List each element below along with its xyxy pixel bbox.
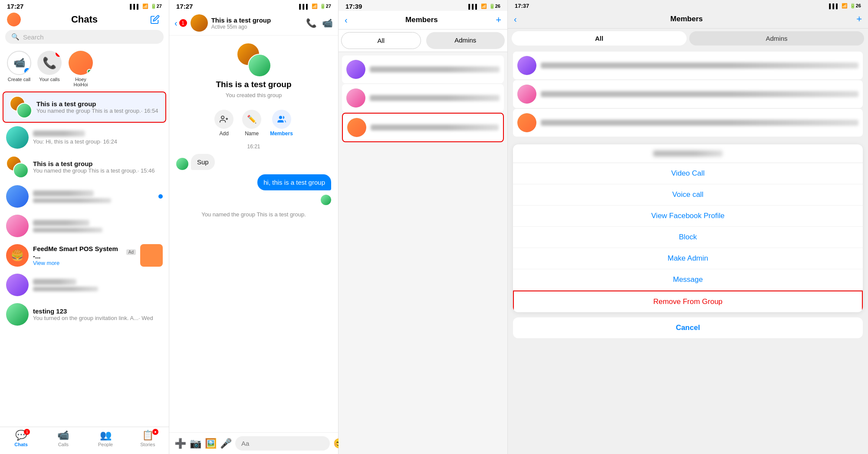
chats-nav-badge: 1 xyxy=(24,429,30,435)
chat-item-7[interactable] xyxy=(0,270,169,300)
search-bar[interactable]: 🔍 Search xyxy=(5,30,164,44)
members-add-button[interactable]: + xyxy=(496,14,501,26)
chat-name-4-blur xyxy=(33,190,94,196)
user-avatar-img xyxy=(7,13,21,26)
chat-item-8[interactable]: testing 123 You turned on the group invi… xyxy=(0,300,169,329)
nav-people[interactable]: 👥 People xyxy=(85,430,127,447)
member-avatar-3 xyxy=(347,118,366,137)
mic-button[interactable]: 🎤 xyxy=(220,438,232,449)
chat-item-active[interactable]: This is a test group You named the group… xyxy=(3,91,166,123)
battery-icon-3: 🔋26 xyxy=(489,3,500,9)
feedme-ad-link[interactable]: View more xyxy=(33,260,136,266)
context-name-blurred xyxy=(653,150,723,157)
tab-all-3[interactable]: All xyxy=(341,32,421,49)
member-item-1[interactable] xyxy=(342,56,504,83)
story-item-calls[interactable]: 📞 1 Your calls xyxy=(37,51,62,87)
name-icon: ✏️ xyxy=(242,110,261,129)
context-remove-from-group[interactable]: Remove From Group xyxy=(513,291,863,312)
group-action-add[interactable]: Add xyxy=(214,110,233,137)
chat-avatar-7 xyxy=(6,274,29,296)
members-icon xyxy=(272,110,291,129)
panel4-members-header: ‹ Members + xyxy=(508,10,868,29)
context-view-facebook-profile[interactable]: View Facebook Profile xyxy=(513,206,863,227)
panel4-back-button[interactable]: ‹ xyxy=(514,14,517,24)
panel4-member-3[interactable] xyxy=(513,109,863,137)
member-item-2[interactable] xyxy=(342,84,504,112)
members-back-button[interactable]: ‹ xyxy=(345,15,348,25)
nav-chats[interactable]: 1 💬 Chats xyxy=(0,430,42,447)
chat-info-active: This is a test group You named the group… xyxy=(36,100,159,114)
members-label: Members xyxy=(270,131,293,137)
people-nav-icon: 👥 xyxy=(100,430,112,441)
back-button-chat[interactable]: ‹ xyxy=(174,18,178,28)
story-item-create[interactable]: 📹 + Create call xyxy=(7,51,31,87)
tab-admins-3[interactable]: Admins xyxy=(426,32,505,49)
members-tabs: All Admins xyxy=(339,29,507,52)
panel4-add-button[interactable]: + xyxy=(856,13,862,25)
video-call-button[interactable]: 📹 xyxy=(322,18,333,28)
signal-icon-3: ▌▌▌ xyxy=(468,4,478,9)
msg-avatar-sup xyxy=(176,158,188,170)
battery-icon-2: 🔋27 xyxy=(320,3,331,9)
member-item-3-selected[interactable] xyxy=(342,113,504,142)
panel4-member-avatar-3-img xyxy=(517,113,536,132)
compose-button[interactable] xyxy=(148,13,162,26)
camera-button[interactable]: 📷 xyxy=(190,438,201,449)
context-video-call[interactable]: Video Call xyxy=(513,163,863,184)
wifi-icon-1: 📶 xyxy=(142,3,148,9)
panel4-member-avatar-2 xyxy=(517,85,536,104)
chat-item-2[interactable]: You: Hi, this is a test group· 16:24 xyxy=(0,123,169,152)
group-info-sub: You created this group xyxy=(226,92,282,98)
message-input[interactable] xyxy=(235,436,330,451)
add-member-icon xyxy=(214,110,233,129)
chat-info-3: This is a test group You named the group… xyxy=(33,160,163,174)
chat-item-5[interactable] xyxy=(0,211,169,241)
context-message[interactable]: Message xyxy=(513,269,863,291)
panel4-member-avatar-1 xyxy=(517,56,536,75)
status-bar-4: 17:37 ▌▌▌ 📶 🔋26 xyxy=(508,0,868,10)
nav-stories[interactable]: ● 📋 Stories xyxy=(127,430,169,447)
group-action-name[interactable]: ✏️ Name xyxy=(242,110,261,137)
status-icons-3: ▌▌▌ 📶 🔋26 xyxy=(468,3,500,9)
context-block[interactable]: Block xyxy=(513,227,863,248)
stories-row: 📹 + Create call 📞 1 Your calls Hoey HoiH… xyxy=(0,48,169,91)
tab-admins-4[interactable]: Admins xyxy=(689,31,864,46)
feedme-ad-avatar: 🍔 xyxy=(6,244,29,267)
image-button[interactable]: 🖼️ xyxy=(205,438,217,449)
member-name-1-blur xyxy=(370,66,500,72)
nav-calls[interactable]: 📹 Calls xyxy=(42,430,84,447)
status-icons-2: ▌▌▌ 📶 🔋27 xyxy=(299,3,331,9)
panel4-member-avatar-3 xyxy=(517,113,536,132)
context-make-admin[interactable]: Make Admin xyxy=(513,248,863,269)
action-time: 16:21 xyxy=(176,144,331,150)
members-panel: 17:39 ▌▌▌ 📶 🔋26 ‹ Members + All Admins xyxy=(339,0,508,454)
group-actions: Add ✏️ Name Members xyxy=(176,110,331,137)
wifi-icon-2: 📶 xyxy=(312,3,318,9)
user-avatar[interactable] xyxy=(7,13,21,26)
chat-item-4[interactable] xyxy=(0,182,169,211)
chats-title: Chats xyxy=(71,14,98,25)
feedme-ad-name: FeedMe Smart POS System -... xyxy=(33,245,124,260)
story-item-hoey[interactable]: Hoey HoiHoi xyxy=(68,51,94,87)
group-av2 xyxy=(16,103,32,118)
chat-name-8: testing 123 xyxy=(33,307,163,315)
members-list-3 xyxy=(339,56,507,454)
chat-name-7-blur xyxy=(33,279,76,285)
wifi-icon-4: 📶 xyxy=(842,3,848,9)
panel4-member-1[interactable] xyxy=(513,52,863,79)
group-action-members[interactable]: Members xyxy=(270,110,293,137)
add-attachment-button[interactable]: ➕ xyxy=(174,438,186,449)
context-voice-call[interactable]: Voice call xyxy=(513,184,863,206)
member-name-3-blur xyxy=(371,124,499,131)
voice-call-button[interactable]: 📞 xyxy=(306,18,317,28)
create-call-label: Create call xyxy=(8,77,31,82)
svg-point-3 xyxy=(279,116,282,119)
chat-item-3[interactable]: This is a test group You named the group… xyxy=(0,152,169,182)
bottom-nav: 1 💬 Chats 📹 Calls 👥 People ● 📋 Stories xyxy=(0,427,169,454)
tab-all-4[interactable]: All xyxy=(512,31,687,46)
chat-preview-2: You: Hi, this is a test group· 16:24 xyxy=(33,138,163,145)
chat-avatar-7-img xyxy=(6,274,29,296)
ad-item-feedme[interactable]: 🍔 FeedMe Smart POS System -... Ad View m… xyxy=(0,241,169,270)
context-cancel-button[interactable]: Cancel xyxy=(513,317,863,338)
panel4-member-2[interactable] xyxy=(513,80,863,108)
